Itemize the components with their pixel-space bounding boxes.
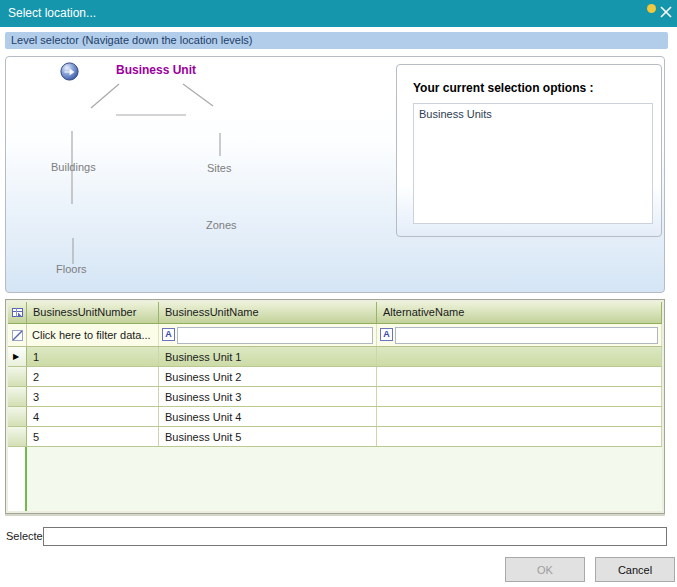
location-hierarchy-panel: Business Unit Buildings Sites Zones Floo… [5, 56, 665, 293]
table-row[interactable]: 2 Business Unit 2 [8, 367, 662, 387]
column-header-alternativename[interactable]: AlternativeName [377, 302, 662, 323]
cell-number[interactable]: 2 [27, 367, 159, 386]
text-filter-mode-icon[interactable]: A [162, 328, 175, 341]
selected-row-arrow-icon: ▶ [8, 347, 26, 366]
filter-input-alternativename[interactable] [395, 327, 658, 344]
level-selector-caption: Level selector (Navigate down the locati… [5, 32, 668, 49]
hierarchy-node-sites[interactable]: Sites [207, 162, 231, 174]
yellow-dot-icon [647, 4, 656, 13]
cell-alt[interactable] [377, 427, 662, 446]
ok-button[interactable]: OK [505, 557, 585, 582]
cell-alt[interactable] [377, 387, 662, 406]
filter-hint-text: Click here to filter data... [27, 324, 151, 346]
hierarchy-node-business-unit[interactable]: Business Unit [116, 63, 196, 77]
row-indicator [8, 367, 27, 386]
cell-alt[interactable] [377, 407, 662, 426]
filter-cell-alternativename[interactable]: A [377, 324, 662, 346]
cell-number[interactable]: 3 [27, 387, 159, 406]
cell-name[interactable]: Business Unit 1 [159, 347, 377, 366]
cell-number[interactable]: 1 [27, 347, 159, 366]
row-indicator [8, 407, 27, 426]
grid-empty-area [8, 447, 662, 511]
grid-filter-row: Click here to filter data... A A [8, 324, 662, 347]
hierarchy-node-zones[interactable]: Zones [206, 219, 237, 231]
selected-input[interactable] [43, 527, 667, 546]
table-row[interactable]: 5 Business Unit 5 [8, 427, 662, 447]
cell-alt[interactable] [377, 347, 662, 366]
cell-number[interactable]: 4 [27, 407, 159, 426]
grid-header-row: BusinessUnitNumber BusinessUnitName Alte… [8, 302, 662, 324]
close-icon[interactable] [659, 5, 673, 19]
navigate-up-icon[interactable] [60, 62, 79, 81]
grid-empty-body [27, 447, 662, 511]
grid-icon [11, 306, 24, 319]
table-row[interactable]: 4 Business Unit 4 [8, 407, 662, 427]
column-header-businessunitnumber[interactable]: BusinessUnitNumber [27, 302, 159, 323]
cancel-button[interactable]: Cancel [595, 557, 675, 582]
table-row[interactable]: ▶ 1 Business Unit 1 [8, 347, 662, 367]
filter-cell-businessunitnumber[interactable]: Click here to filter data... [27, 324, 159, 346]
grid-empty-row-indicator-column [8, 447, 27, 511]
hierarchy-node-buildings[interactable]: Buildings [51, 161, 96, 173]
cell-alt[interactable] [377, 367, 662, 386]
current-selection-title: Your current selection options : [413, 81, 593, 95]
list-item[interactable]: Business Units [414, 104, 652, 124]
current-selection-list: Business Units [413, 103, 653, 224]
clear-filter-button[interactable] [8, 324, 27, 346]
cell-name[interactable]: Business Unit 3 [159, 387, 377, 406]
row-indicator: ▶ [8, 347, 27, 366]
column-header-businessunitname[interactable]: BusinessUnitName [159, 302, 377, 323]
current-selection-panel: Your current selection options : Busines… [396, 64, 662, 237]
filter-cell-businessunitname[interactable]: A [159, 324, 377, 346]
grid-corner-button[interactable] [8, 302, 27, 323]
no-filter-icon [11, 329, 24, 342]
row-indicator [8, 427, 27, 446]
cell-name[interactable]: Business Unit 2 [159, 367, 377, 386]
text-filter-mode-icon[interactable]: A [380, 328, 393, 341]
cell-number[interactable]: 5 [27, 427, 159, 446]
dialog-title: Select location... [8, 6, 96, 20]
hierarchy-node-floors[interactable]: Floors [56, 263, 87, 275]
dialog-titlebar: Select location... [0, 0, 677, 27]
cell-name[interactable]: Business Unit 4 [159, 407, 377, 426]
row-indicator [8, 387, 27, 406]
business-unit-grid: BusinessUnitNumber BusinessUnitName Alte… [5, 299, 665, 514]
filter-input-businessunitname[interactable] [177, 327, 373, 344]
cell-name[interactable]: Business Unit 5 [159, 427, 377, 446]
table-row[interactable]: 3 Business Unit 3 [8, 387, 662, 407]
